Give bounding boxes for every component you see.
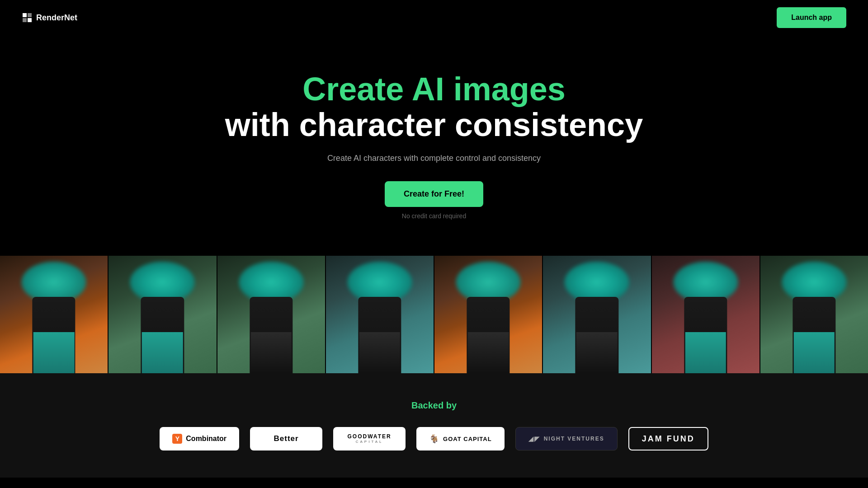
list-item bbox=[217, 256, 325, 373]
backed-by-title: Backed by bbox=[18, 400, 850, 411]
list-item bbox=[652, 256, 760, 373]
no-credit-label: No credit card required bbox=[9, 212, 859, 220]
svg-rect-2 bbox=[23, 18, 27, 22]
logo-text: RenderNet bbox=[36, 13, 77, 23]
create-free-button[interactable]: Create for Free! bbox=[385, 181, 483, 207]
better-label: Better bbox=[274, 434, 299, 443]
svg-rect-3 bbox=[28, 18, 32, 22]
night-label: NIGHT VENTURES bbox=[544, 436, 604, 442]
goat-label: GOAT CAPITAL bbox=[443, 436, 492, 442]
ycombinator-icon: Y bbox=[172, 434, 182, 444]
backer-jam-fund: JAM FUND bbox=[628, 427, 708, 450]
backer-ycombinator: Y Combinator bbox=[160, 427, 239, 450]
hero-subtitle: Create AI characters with complete contr… bbox=[9, 154, 859, 163]
list-item bbox=[760, 256, 868, 373]
navbar: RenderNet Launch app bbox=[0, 0, 868, 35]
backer-goat-capital: 🐐 GOAT CAPITAL bbox=[416, 427, 505, 450]
goodwater-sub-label: CAPITAL bbox=[356, 440, 383, 444]
list-item bbox=[326, 256, 434, 373]
backer-better: Better bbox=[250, 427, 322, 450]
svg-rect-0 bbox=[23, 13, 27, 17]
jam-label: JAM FUND bbox=[642, 434, 695, 444]
goat-icon: 🐐 bbox=[429, 434, 439, 444]
svg-rect-1 bbox=[28, 13, 32, 17]
night-icon: ◢◤ bbox=[528, 435, 540, 442]
list-item bbox=[434, 256, 542, 373]
goodwater-label: GOODWATER bbox=[348, 434, 392, 440]
backer-goodwater: GOODWATER CAPITAL bbox=[333, 427, 406, 450]
backed-by-section: Backed by Y Combinator Better GOODWATER … bbox=[0, 373, 868, 478]
ycombinator-label: Combinator bbox=[186, 435, 226, 443]
rendernet-logo-icon bbox=[22, 12, 33, 23]
launch-app-button[interactable]: Launch app bbox=[777, 7, 846, 28]
logo: RenderNet bbox=[22, 12, 77, 23]
list-item bbox=[543, 256, 651, 373]
image-strip bbox=[0, 256, 868, 373]
hero-title-green: Create AI images bbox=[9, 71, 859, 107]
list-item bbox=[0, 256, 108, 373]
backer-night-ventures: ◢◤ NIGHT VENTURES bbox=[515, 427, 618, 450]
backers-row: Y Combinator Better GOODWATER CAPITAL 🐐 … bbox=[18, 427, 850, 450]
list-item bbox=[108, 256, 216, 373]
hero-title-white: with character consistency bbox=[9, 107, 859, 143]
hero-section: Create AI images with character consiste… bbox=[0, 35, 868, 247]
